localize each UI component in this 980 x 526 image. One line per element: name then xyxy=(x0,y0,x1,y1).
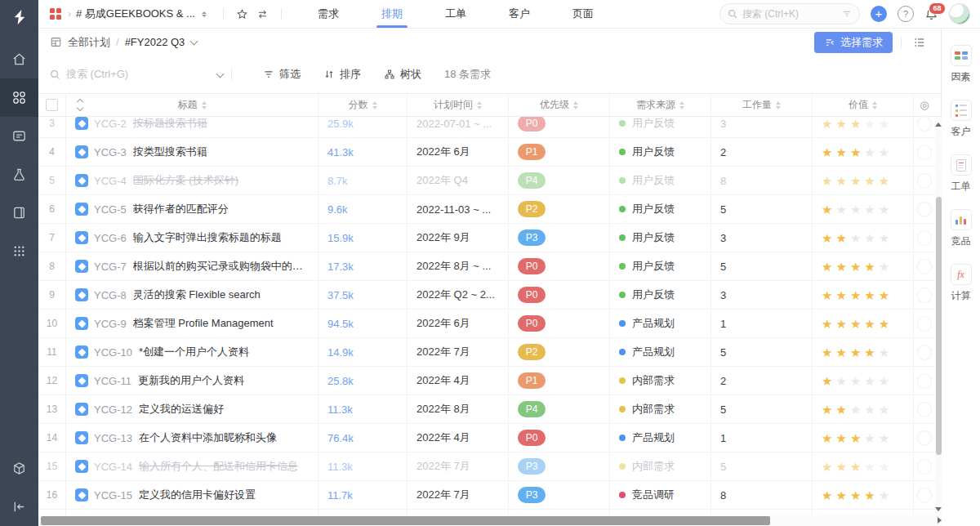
star-icon[interactable]: ★ xyxy=(850,432,861,444)
header-plan-time[interactable]: 计划时间 xyxy=(408,94,509,116)
cell-source[interactable]: 竞品调研 xyxy=(610,481,711,509)
header-workload[interactable]: 工作量 xyxy=(711,94,813,116)
cell-plan-time[interactable]: 2022年 8月 xyxy=(408,395,509,423)
cell-workload[interactable]: 5 xyxy=(711,452,813,480)
priority-badge[interactable]: P1 xyxy=(518,144,546,160)
column-settings-icon[interactable]: ◎ xyxy=(920,99,929,111)
global-search-input[interactable]: 搜索 (Ctrl+K) xyxy=(719,3,860,25)
cell-workload[interactable]: 1 xyxy=(711,424,813,452)
star-rating[interactable]: ★★★★★ xyxy=(822,318,889,330)
notifications-bell-icon[interactable]: 68 xyxy=(924,7,938,21)
star-icon[interactable]: ★ xyxy=(879,261,889,273)
workspace-grid-icon[interactable] xyxy=(50,8,61,20)
star-icon[interactable]: ★ xyxy=(822,432,832,444)
cell-title[interactable]: YCG-8灵活的搜索 Flexible search xyxy=(66,281,318,309)
row-extra-circle-icon[interactable] xyxy=(917,373,932,389)
star-icon[interactable]: ★ xyxy=(850,261,861,273)
cell-workload[interactable]: 2 xyxy=(711,138,813,166)
tree-view-button[interactable]: 树状 xyxy=(384,67,421,82)
user-avatar[interactable] xyxy=(949,3,970,25)
header-score[interactable]: 分数 xyxy=(318,94,408,116)
star-icon[interactable]: ★ xyxy=(822,118,832,130)
star-icon[interactable]: ★ xyxy=(850,346,861,359)
star-icon[interactable]: ★ xyxy=(835,261,846,273)
star-icon[interactable]: ★ xyxy=(879,175,889,187)
cell-workload[interactable]: 5 xyxy=(711,252,813,280)
cell-workload[interactable]: 5 xyxy=(711,395,813,423)
priority-badge[interactable]: P1 xyxy=(518,372,546,389)
cell-title[interactable]: YCG-13在个人资料中添加昵称和头像 xyxy=(66,424,318,452)
nav-tab-5[interactable]: 页面 xyxy=(572,0,594,28)
star-icon[interactable]: ★ xyxy=(835,175,846,187)
star-icon[interactable]: ★ xyxy=(879,432,889,444)
star-icon[interactable]: ★ xyxy=(835,375,846,387)
score-link[interactable]: 76.4k xyxy=(327,432,354,444)
table-row[interactable]: 8YCG-7根据以前的购买记录或购物袋中的物品搜...17.3k2022年 8月… xyxy=(38,252,941,281)
star-icon[interactable]: ★ xyxy=(822,318,832,330)
cell-title[interactable]: YCG-7根据以前的购买记录或购物袋中的物品搜... xyxy=(66,252,318,280)
workspace-title[interactable]: # 易成GEEKBOOKS & ... xyxy=(76,7,195,21)
cell-workload[interactable]: 5 xyxy=(711,338,813,366)
help-icon[interactable]: ? xyxy=(898,6,914,22)
star-icon[interactable]: ★ xyxy=(864,461,875,473)
sort-caret-icon[interactable] xyxy=(202,101,207,109)
horizontal-scrollbar[interactable] xyxy=(38,515,935,526)
cell-source[interactable]: 用户反馈 xyxy=(610,117,711,137)
star-icon[interactable]: ★ xyxy=(850,489,861,501)
star-icon[interactable]: ★ xyxy=(822,346,832,359)
star-icon[interactable]: ★ xyxy=(864,118,875,130)
table-row[interactable]: 3YCG-2按标题搜索书籍25.9k2022-07-01 ~ ...P0用户反馈… xyxy=(38,117,941,138)
filter-button[interactable]: 筛选 xyxy=(263,67,301,82)
rightbar-item-客户[interactable]: 客户 xyxy=(951,100,972,139)
cell-source[interactable]: 内部需求 xyxy=(610,367,711,394)
star-icon[interactable]: ★ xyxy=(835,432,846,444)
table-row[interactable]: 16YCG-15定义我的信用卡偏好设置11.7k2022年 7月P3竞品调研8★… xyxy=(38,481,941,510)
table-row[interactable]: 14YCG-13在个人资料中添加昵称和头像76.4k2022年 4月P0产品规划… xyxy=(38,424,941,452)
rightbar-item-工单[interactable]: 工单 xyxy=(951,154,972,194)
row-extra-circle-icon[interactable] xyxy=(917,345,932,360)
score-link[interactable]: 15.9k xyxy=(327,232,354,244)
plan-group-label[interactable]: 全部计划 xyxy=(68,35,110,50)
cell-workload[interactable]: 3 xyxy=(711,224,813,252)
star-rating[interactable]: ★★★★★ xyxy=(822,403,889,416)
cell-plan-time[interactable]: 2022年 7月 xyxy=(408,481,509,509)
star-icon[interactable]: ★ xyxy=(850,203,861,216)
header-settings[interactable]: ◎ xyxy=(914,94,935,116)
favorite-star-icon[interactable] xyxy=(232,8,252,20)
sort-caret-icon[interactable] xyxy=(679,101,684,109)
star-icon[interactable]: ★ xyxy=(864,203,875,216)
star-icon[interactable]: ★ xyxy=(835,289,846,301)
cell-source[interactable]: 用户反馈 xyxy=(610,252,711,280)
cell-plan-time[interactable]: 2022年 6月 xyxy=(408,310,509,337)
rightbar-item-竞品[interactable]: 竞品 xyxy=(951,209,972,248)
star-icon[interactable]: ★ xyxy=(850,375,861,387)
priority-badge[interactable]: P3 xyxy=(518,487,546,503)
star-icon[interactable]: ★ xyxy=(835,461,846,473)
plan-chevron-down-icon[interactable] xyxy=(190,37,198,45)
header-priority[interactable]: 优先级 xyxy=(509,94,610,116)
star-icon[interactable]: ★ xyxy=(864,232,875,244)
cell-plan-time[interactable]: 2022年 Q2 ~ 2... xyxy=(408,281,509,309)
cell-plan-time[interactable]: 2022年 8月 ~ ... xyxy=(408,252,509,280)
star-icon[interactable]: ★ xyxy=(864,261,875,273)
header-title[interactable]: 标题 xyxy=(66,94,318,116)
nav-tab-1[interactable]: 需求 xyxy=(318,0,339,28)
star-icon[interactable]: ★ xyxy=(835,146,846,158)
sort-caret-icon[interactable] xyxy=(372,101,377,109)
cell-workload[interactable]: 3 xyxy=(711,117,813,137)
star-rating[interactable]: ★★★★★ xyxy=(822,203,889,216)
table-row[interactable]: 6YCG-5获得作者的匹配评分9.6k2022-11-03 ~ ...P2用户反… xyxy=(38,195,941,224)
score-link[interactable]: 37.5k xyxy=(327,289,354,301)
star-icon[interactable]: ★ xyxy=(835,232,846,244)
cell-title[interactable]: YCG-6输入文字时弹出搜索标题的标题 xyxy=(66,224,318,252)
sidebar-cube-icon[interactable] xyxy=(0,449,38,488)
scroll-down-arrow-icon[interactable] xyxy=(935,505,942,513)
star-rating[interactable]: ★★★★★ xyxy=(822,461,889,473)
star-icon[interactable]: ★ xyxy=(864,489,875,501)
star-icon[interactable]: ★ xyxy=(822,289,832,301)
table-row[interactable]: 15YCG-14输入所有个人、配送和信用卡信息11.3k2022年 7月P3内部… xyxy=(38,452,941,481)
create-button[interactable]: + xyxy=(871,6,887,22)
star-icon[interactable]: ★ xyxy=(850,232,861,244)
cell-title[interactable]: YCG-15定义我的信用卡偏好设置 xyxy=(66,481,318,509)
star-rating[interactable]: ★★★★★ xyxy=(822,232,889,244)
